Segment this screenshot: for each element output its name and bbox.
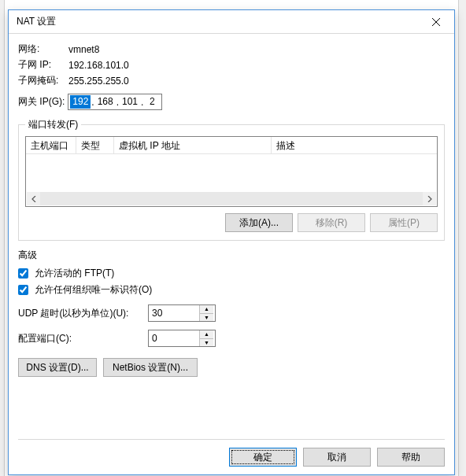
subnet-ip-label: 子网 IP: bbox=[18, 58, 68, 72]
spin-up-icon[interactable]: ▲ bbox=[200, 330, 213, 339]
gateway-label: 网关 IP(G): bbox=[18, 95, 65, 109]
dialog-content: 网络: vmnet8 子网 IP: 192.168.101.0 子网掩码: 25… bbox=[9, 34, 454, 474]
h-scrollbar[interactable] bbox=[27, 192, 436, 205]
subnet-ip-row: 子网 IP: 192.168.101.0 bbox=[18, 58, 445, 72]
spin-up-icon[interactable]: ▲ bbox=[200, 305, 213, 314]
ok-button[interactable]: 确定 bbox=[229, 448, 297, 467]
ip-seg-4[interactable]: 2 bbox=[144, 95, 160, 109]
help-button[interactable]: 帮助 bbox=[377, 448, 445, 467]
subnet-mask-label: 子网掩码: bbox=[18, 74, 68, 87]
remove-button: 移除(R) bbox=[298, 213, 365, 232]
config-port-row: 配置端口(C): ▲ ▼ bbox=[18, 330, 445, 347]
gateway-ip-input[interactable]: 192 . 168 . 101 . 2 bbox=[68, 94, 162, 110]
allow-ftp-label: 允许活动的 FTP(T) bbox=[35, 267, 114, 280]
advanced-heading: 高级 bbox=[18, 249, 445, 262]
spin-down-icon[interactable]: ▼ bbox=[200, 314, 213, 322]
network-value: vmnet8 bbox=[68, 44, 99, 55]
col-vm-ip[interactable]: 虚拟机 IP 地址 bbox=[114, 137, 272, 154]
spin-down-icon[interactable]: ▼ bbox=[200, 339, 213, 347]
scroll-right-icon[interactable] bbox=[423, 192, 436, 205]
dialog-footer: 确定 取消 帮助 bbox=[18, 439, 445, 467]
ip-seg-1[interactable]: 192 bbox=[70, 95, 91, 109]
subnet-ip-value: 192.168.101.0 bbox=[68, 60, 129, 71]
dialog-title: NAT 设置 bbox=[17, 15, 56, 28]
table-header: 主机端口 类型 虚拟机 IP 地址 描述 bbox=[26, 137, 437, 154]
col-type[interactable]: 类型 bbox=[76, 137, 114, 154]
port-forwarding-group: 端口转发(F) 主机端口 类型 虚拟机 IP 地址 描述 bbox=[18, 118, 445, 241]
ip-seg-2[interactable]: 168 bbox=[95, 95, 116, 109]
cancel-button[interactable]: 取消 bbox=[303, 448, 371, 467]
udp-timeout-row: UDP 超时(以秒为单位)(U): ▲ ▼ bbox=[18, 304, 445, 322]
scroll-left-icon[interactable] bbox=[27, 192, 40, 205]
port-forwarding-legend: 端口转发(F) bbox=[25, 118, 81, 131]
properties-button: 属性(P) bbox=[370, 213, 438, 232]
close-icon bbox=[432, 18, 440, 26]
subnet-mask-value: 255.255.255.0 bbox=[68, 76, 129, 87]
dns-settings-button[interactable]: DNS 设置(D)... bbox=[18, 358, 97, 377]
allow-ftp-checkbox[interactable] bbox=[18, 268, 28, 279]
udp-timeout-spinner[interactable]: ▲ ▼ bbox=[148, 304, 216, 322]
network-row: 网络: vmnet8 bbox=[18, 42, 445, 56]
titlebar: NAT 设置 bbox=[9, 10, 454, 34]
port-forward-buttons: 添加(A)... 移除(R) 属性(P) bbox=[25, 213, 438, 232]
config-port-label: 配置端口(C): bbox=[18, 332, 148, 345]
nat-settings-dialog: NAT 设置 网络: vmnet8 子网 IP: 192.168.101.0 子… bbox=[8, 9, 455, 475]
col-desc[interactable]: 描述 bbox=[272, 137, 437, 154]
add-button[interactable]: 添加(A)... bbox=[225, 213, 293, 232]
allow-oui-checkbox[interactable] bbox=[18, 285, 28, 295]
config-port-spinner[interactable]: ▲ ▼ bbox=[148, 330, 216, 347]
subnet-mask-row: 子网掩码: 255.255.255.0 bbox=[18, 74, 445, 87]
allow-oui-label: 允许任何组织唯一标识符(O) bbox=[35, 283, 152, 297]
udp-timeout-input[interactable] bbox=[149, 305, 199, 321]
scroll-track[interactable] bbox=[40, 192, 423, 205]
col-host-port[interactable]: 主机端口 bbox=[26, 137, 76, 154]
allow-ftp-row: 允许活动的 FTP(T) bbox=[18, 267, 445, 280]
network-label: 网络: bbox=[18, 42, 68, 56]
udp-timeout-label: UDP 超时(以秒为单位)(U): bbox=[18, 307, 148, 320]
gateway-row: 网关 IP(G): 192 . 168 . 101 . 2 bbox=[18, 94, 445, 110]
allow-oui-row: 允许任何组织唯一标识符(O) bbox=[18, 283, 445, 297]
port-forwarding-table[interactable]: 主机端口 类型 虚拟机 IP 地址 描述 bbox=[25, 136, 438, 207]
netbios-settings-button[interactable]: NetBios 设置(N)... bbox=[103, 358, 198, 377]
ip-seg-3[interactable]: 101 bbox=[120, 95, 140, 109]
close-button[interactable] bbox=[420, 11, 453, 33]
config-port-input[interactable] bbox=[149, 330, 199, 346]
